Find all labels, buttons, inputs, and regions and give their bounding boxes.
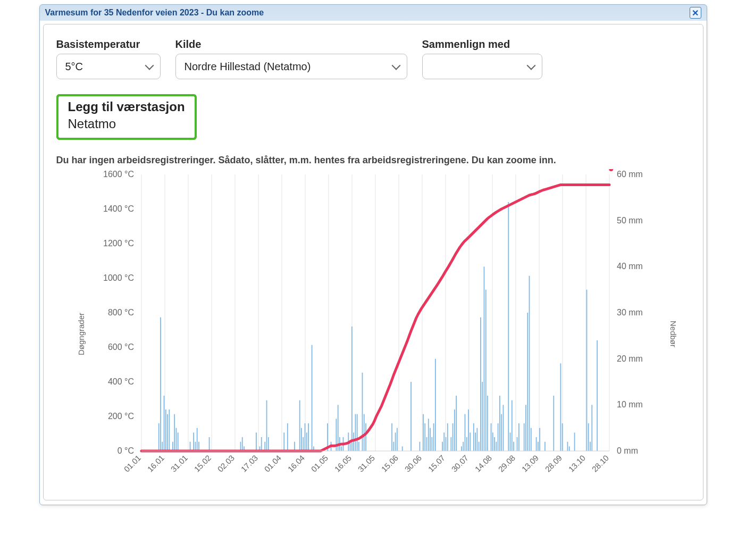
svg-text:30.07: 30.07 (449, 453, 470, 474)
select-basistemp[interactable]: 5°C (56, 54, 161, 79)
svg-text:16.01: 16.01 (145, 453, 166, 474)
svg-rect-129 (487, 396, 488, 451)
svg-text:1600 °C: 1600 °C (103, 170, 134, 179)
svg-rect-55 (240, 442, 241, 451)
svg-text:10 mm: 10 mm (617, 400, 643, 409)
svg-rect-111 (450, 437, 451, 451)
svg-rect-113 (454, 409, 455, 451)
label-add-station: Legg til værstasjon (68, 99, 185, 114)
svg-rect-45 (172, 442, 173, 451)
svg-text:1000 °C: 1000 °C (103, 273, 134, 282)
svg-rect-60 (261, 437, 262, 451)
svg-rect-155 (561, 423, 563, 451)
label-compare: Sammenlign med (422, 38, 542, 51)
label-basistemp: Basistemperatur (56, 38, 161, 51)
svg-rect-122 (475, 432, 476, 451)
svg-text:15.07: 15.07 (426, 453, 447, 474)
svg-rect-70 (304, 423, 305, 451)
add-station-box: Legg til værstasjon Netatmo (56, 94, 197, 140)
svg-rect-54 (208, 437, 209, 451)
svg-rect-123 (476, 428, 477, 451)
svg-rect-109 (445, 437, 446, 451)
svg-rect-51 (195, 442, 196, 451)
svg-rect-44 (169, 409, 170, 451)
svg-rect-136 (501, 414, 502, 451)
svg-rect-140 (511, 400, 512, 451)
svg-text:60 mm: 60 mm (617, 170, 643, 179)
svg-rect-102 (428, 419, 429, 451)
close-icon: ✕ (692, 8, 699, 18)
add-station-link[interactable]: Netatmo (68, 116, 185, 131)
svg-rect-107 (442, 442, 443, 451)
svg-text:16.05: 16.05 (332, 453, 353, 474)
svg-rect-41 (163, 396, 164, 451)
svg-rect-157 (568, 446, 569, 451)
svg-rect-118 (466, 437, 467, 451)
svg-rect-40 (162, 442, 163, 451)
svg-text:400 °C: 400 °C (107, 377, 133, 386)
svg-rect-99 (423, 414, 424, 451)
svg-rect-80 (341, 446, 342, 451)
svg-text:31.05: 31.05 (356, 453, 376, 474)
titlebar: Varmesum for 35 Nedenfor veien 2023 - Du… (40, 5, 707, 21)
dialog-body: Basistemperatur 5°C Kilde Nordre Hillest… (43, 24, 703, 500)
svg-rect-151 (539, 428, 540, 451)
svg-text:01.01: 01.01 (122, 453, 143, 474)
select-compare[interactable] (422, 54, 542, 79)
svg-rect-69 (303, 437, 304, 451)
svg-rect-61 (264, 442, 265, 451)
select-kilde[interactable]: Nordre Hillestad (Netatmo) (175, 54, 407, 79)
close-button[interactable]: ✕ (690, 7, 701, 19)
svg-rect-56 (241, 437, 242, 451)
svg-rect-132 (494, 437, 495, 451)
svg-rect-153 (553, 396, 554, 451)
svg-text:17.03: 17.03 (239, 453, 259, 474)
svg-rect-158 (574, 432, 575, 451)
control-basistemp: Basistemperatur 5°C (56, 38, 161, 79)
svg-text:600 °C: 600 °C (107, 342, 133, 352)
svg-text:01.05: 01.05 (309, 453, 330, 474)
svg-text:30.06: 30.06 (403, 453, 423, 474)
svg-rect-119 (468, 409, 469, 451)
svg-text:28.10: 28.10 (590, 453, 610, 474)
control-kilde: Kilde Nordre Hillestad (Netatmo) (175, 38, 407, 79)
svg-rect-38 (158, 423, 159, 451)
svg-rect-106 (434, 359, 435, 451)
svg-rect-93 (393, 442, 394, 451)
svg-rect-127 (483, 266, 484, 451)
svg-rect-149 (535, 437, 537, 451)
svg-rect-48 (177, 432, 178, 451)
svg-text:31.01: 31.01 (169, 453, 189, 474)
svg-text:50 mm: 50 mm (617, 216, 643, 225)
y-axis-left-label: Døgngrader (76, 313, 85, 355)
svg-rect-72 (308, 423, 309, 451)
svg-rect-42 (165, 409, 166, 451)
svg-rect-105 (433, 423, 434, 451)
chart-subtitle: Du har ingen arbeidsregistreringer. Såda… (56, 155, 690, 166)
chart-area[interactable]: Døgngrader Nedbør 0 °C200 °C400 °C600 °C… (56, 169, 690, 499)
svg-point-164 (609, 169, 613, 171)
svg-text:800 °C: 800 °C (107, 308, 133, 317)
svg-rect-84 (351, 327, 352, 451)
svg-rect-139 (509, 432, 510, 451)
svg-text:13.10: 13.10 (566, 453, 587, 474)
svg-rect-92 (391, 423, 392, 451)
svg-rect-94 (395, 432, 396, 451)
svg-text:1200 °C: 1200 °C (103, 239, 134, 248)
svg-rect-135 (499, 396, 500, 451)
svg-rect-68 (301, 428, 302, 451)
svg-text:0 °C: 0 °C (117, 446, 133, 455)
svg-rect-112 (452, 423, 453, 451)
svg-rect-96 (401, 446, 403, 451)
svg-rect-98 (419, 442, 420, 451)
svg-rect-85 (353, 432, 354, 451)
y-axis-right-label: Nedbør (669, 321, 678, 347)
svg-rect-154 (560, 363, 561, 451)
svg-rect-63 (267, 437, 269, 451)
svg-rect-62 (266, 400, 267, 451)
svg-rect-115 (461, 446, 462, 451)
svg-rect-97 (410, 382, 412, 451)
svg-text:200 °C: 200 °C (107, 412, 133, 421)
svg-text:15.06: 15.06 (379, 453, 400, 474)
svg-rect-66 (294, 442, 295, 451)
